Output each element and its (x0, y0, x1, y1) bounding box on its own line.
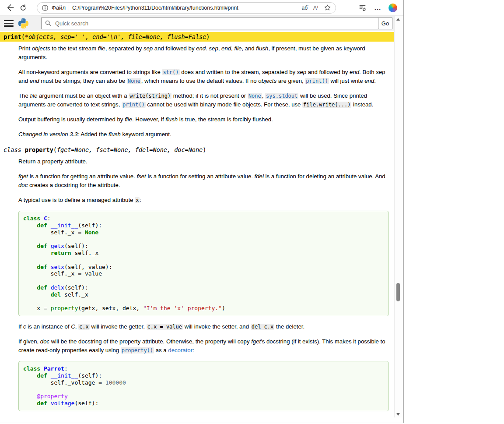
text-segment (47, 264, 51, 270)
text-segment: creates a docstring for the attribute. (28, 182, 120, 188)
refresh-icon (19, 4, 27, 12)
text-segment: If (18, 323, 23, 330)
code-link[interactable]: sys.stdout (265, 93, 298, 99)
property-description: Return a property attribute. fget is a f… (18, 157, 389, 411)
text-link[interactable]: decorator (168, 347, 192, 353)
text-segment: c (23, 323, 26, 330)
scroll-down-arrow-icon (396, 413, 400, 416)
url-text[interactable]: C:/Program%20Files/Python311/Doc/html/li… (72, 5, 299, 11)
text-segment (47, 305, 51, 311)
menu-hamburger-button[interactable] (3, 19, 14, 28)
text-segment: file (125, 116, 132, 123)
text-segment: def (37, 372, 47, 379)
text-segment: C (44, 215, 47, 222)
text-segment: class (23, 215, 40, 222)
url-scheme-label: Файл (52, 4, 66, 11)
hamburger-bar (4, 23, 14, 24)
text-segment: All non-keyword arguments are converted … (18, 69, 162, 75)
search-box[interactable] (41, 17, 378, 29)
scrollbar[interactable] (394, 16, 402, 417)
scroll-track[interactable] (395, 22, 402, 411)
paragraph: If given, doc will be the docstring of t… (18, 337, 389, 355)
text-segment: "I'm the 'x' property." (143, 305, 222, 311)
text-segment: delx (51, 284, 64, 291)
read-aloud-icon[interactable]: A⁾ (313, 5, 318, 11)
scroll-up-button[interactable] (395, 16, 402, 22)
code-link[interactable]: print() (305, 78, 329, 84)
text-segment: end (364, 78, 374, 84)
copilot-icon[interactable] (388, 4, 397, 12)
text-segment: keyword argument. (121, 131, 172, 138)
code-link[interactable]: print() (122, 102, 146, 108)
text-segment: , which means to use the default values.… (141, 78, 259, 84)
python-logo[interactable] (18, 18, 29, 29)
text-segment: (getx, setx, delx, (78, 305, 143, 311)
text-segment: print (4, 33, 21, 40)
go-button[interactable]: Go (378, 17, 392, 29)
text-segment: objects (258, 78, 276, 84)
text-segment (40, 215, 44, 222)
more-menu-icon[interactable]: … (374, 6, 381, 10)
text-segment: end (350, 69, 359, 75)
text-segment: A typical use is to define a managed att… (18, 197, 135, 203)
text-segment: sep (297, 69, 306, 75)
text-segment: fdel (255, 173, 264, 180)
paragraph: fget is a function for getting an attrib… (18, 172, 389, 190)
text-segment: = (78, 270, 81, 277)
text-segment: @property (37, 393, 67, 399)
text-segment: end (221, 45, 231, 52)
back-icon (6, 4, 14, 12)
address-bar[interactable]: Файл C:/Program%20Files/Python311/Doc/ht… (37, 2, 336, 14)
property-signature: class property(fget=None, fset=None, fde… (0, 145, 394, 155)
text-segment: Return a property attribute. (18, 158, 88, 165)
search-input[interactable] (54, 20, 374, 27)
refresh-button[interactable] (17, 2, 30, 14)
text-segment: flush (165, 116, 178, 123)
text-segment (47, 400, 51, 406)
browser-chrome: Файл C:/Program%20Files/Python311/Doc/ht… (0, 0, 403, 16)
text-segment: fget=None, fset=None, fdel=None, doc=Non… (57, 146, 203, 153)
scroll-up-arrow-icon (396, 18, 400, 21)
text-segment: def (37, 284, 47, 291)
text-segment: ) (203, 146, 206, 153)
favorites-icon[interactable] (358, 4, 367, 12)
text-segment (47, 284, 51, 291)
text-segment: is true, the stream is forcibly flushed. (178, 116, 273, 123)
text-segment: will invoke the getter, (90, 323, 147, 330)
code-link[interactable]: None (248, 93, 262, 99)
text-segment: file (234, 45, 242, 52)
text-segment: end (30, 78, 39, 84)
print-signature: print(*objects, sep=' ', end='\n', file=… (0, 32, 394, 42)
page-info-icon[interactable] (42, 4, 49, 11)
text-segment: are given, (276, 78, 305, 84)
scroll-down-button[interactable] (395, 411, 402, 417)
paragraph: All non-keyword arguments are converted … (18, 68, 389, 85)
text-segment: . (374, 78, 376, 84)
text-segment: del c.x (251, 324, 275, 330)
favorite-star-icon[interactable] (324, 4, 331, 11)
text-segment: def (37, 264, 47, 270)
text-segment: sep (209, 45, 218, 52)
back-button[interactable] (4, 2, 17, 14)
search-area: Go (41, 17, 392, 29)
text-segment: c.x = value (147, 324, 183, 330)
text-segment: instead. (351, 101, 373, 108)
text-segment (40, 365, 44, 372)
code-link[interactable]: str() (162, 69, 179, 75)
text-segment: cannot be used with binary mode file obj… (146, 101, 302, 108)
text-segment: fget (251, 338, 261, 345)
text-segment: c.x (78, 324, 90, 330)
text-segment: Parrot (44, 365, 64, 372)
code-link[interactable]: None (127, 78, 141, 84)
text-segment: def (37, 400, 47, 406)
code-link[interactable]: property() (121, 347, 154, 353)
text-segment: : (140, 197, 141, 203)
text-segment: is a function for getting an attribute v… (28, 173, 137, 180)
text-segment (23, 400, 37, 406)
text-segment: . However, if (132, 116, 165, 123)
text-segment: doc (18, 182, 28, 188)
text-segment: sep (144, 45, 153, 52)
text-segment: and followed by (306, 69, 350, 75)
translate-icon[interactable]: аб̆ (302, 5, 308, 11)
scroll-thumb[interactable] (396, 283, 400, 301)
